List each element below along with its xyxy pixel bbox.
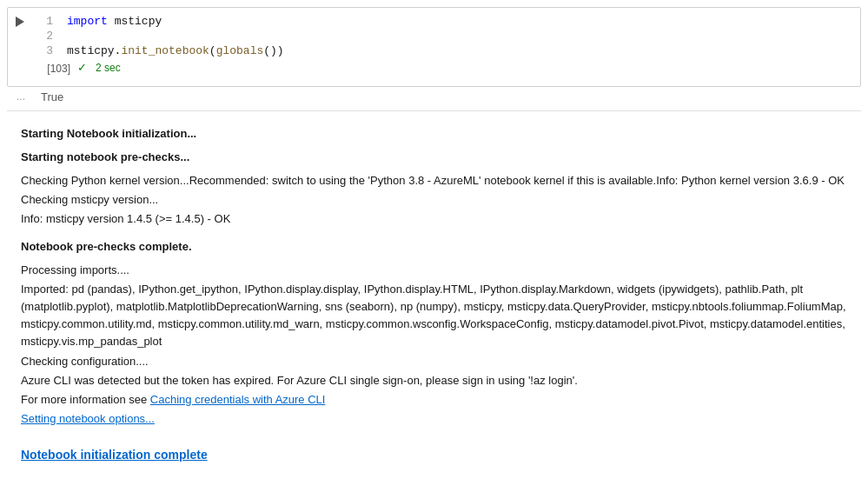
spacer-1 (21, 230, 847, 238)
paren-open: ( (209, 44, 216, 57)
checking-config-text: Checking configuration.... (21, 353, 847, 370)
msticpy-ref: msticpy. (67, 44, 121, 57)
starting-prechecks-text: Starting notebook pre-checks... (21, 149, 847, 167)
code-line-1: 1 import msticpy (43, 15, 850, 28)
output-true-row: ... True (7, 87, 861, 107)
starting-init-text: Starting Notebook initialization... (21, 125, 847, 143)
line-number-3: 3 (43, 44, 53, 57)
completion-section: Notebook initialization complete (21, 438, 847, 465)
run-cell-button[interactable] (8, 8, 32, 86)
code-area: 1 import msticpy 2 3 msticpy.init_notebo… (32, 8, 860, 86)
exec-time: 2 sec (96, 62, 121, 74)
paren-close: ()) (263, 44, 283, 57)
run-triangle-icon (16, 17, 24, 27)
divider (7, 110, 861, 111)
code-line-3: 3 msticpy.init_notebook(globals()) (43, 44, 850, 57)
line-content-1: import msticpy (67, 15, 162, 28)
code-lines: 1 import msticpy 2 3 msticpy.init_notebo… (43, 15, 850, 57)
exec-number: [103] (43, 63, 77, 75)
more-info-prefix: For more information see (21, 393, 150, 406)
output-dots: ... (17, 90, 41, 103)
checking-python-text: Checking Python kernel version...Recomme… (21, 172, 847, 190)
notebook-container: 1 import msticpy 2 3 msticpy.init_notebo… (0, 0, 868, 499)
processing-imports-text: Processing imports.... (21, 262, 847, 279)
info-msticpy-text: Info: msticpy version 1.4.5 (>= 1.4.5) -… (21, 210, 847, 228)
caching-credentials-link[interactable]: Caching credentials with Azure CLI (150, 393, 326, 406)
line-content-3: msticpy.init_notebook(globals()) (67, 44, 284, 57)
output-true-value: True (41, 90, 63, 103)
setting-notebook-options-link[interactable]: Setting notebook options... (21, 412, 155, 425)
keyword-import: import (67, 15, 108, 28)
code-line-2: 2 (43, 30, 850, 43)
exec-info-row: [103] ✓ 2 sec (43, 57, 850, 79)
line-number-2: 2 (43, 30, 53, 43)
func-init-notebook: init_notebook (121, 44, 209, 57)
module-name: msticpy (115, 15, 162, 28)
prechecks-complete-text: Notebook pre-checks complete. (21, 238, 847, 256)
output-panel: Starting Notebook initialization... Star… (7, 115, 861, 476)
setting-notebook-options-row: Setting notebook options... (21, 410, 847, 428)
more-info-row: For more information see Caching credent… (21, 391, 847, 409)
notebook-initialization-complete-link[interactable]: Notebook initialization complete (21, 448, 208, 462)
check-icon: ✓ (77, 61, 87, 74)
checking-msticpy-text: Checking msticpy version... (21, 191, 847, 209)
imported-text: Imported: pd (pandas), IPython.get_ipyth… (21, 281, 847, 351)
azure-cli-warning-text: Azure CLI was detected but the token has… (21, 372, 847, 389)
func-globals: globals (216, 44, 264, 57)
code-cell: 1 import msticpy 2 3 msticpy.init_notebo… (7, 7, 861, 87)
cell-execution-info: ✓ 2 sec (77, 57, 131, 79)
line-number-1: 1 (43, 15, 53, 28)
